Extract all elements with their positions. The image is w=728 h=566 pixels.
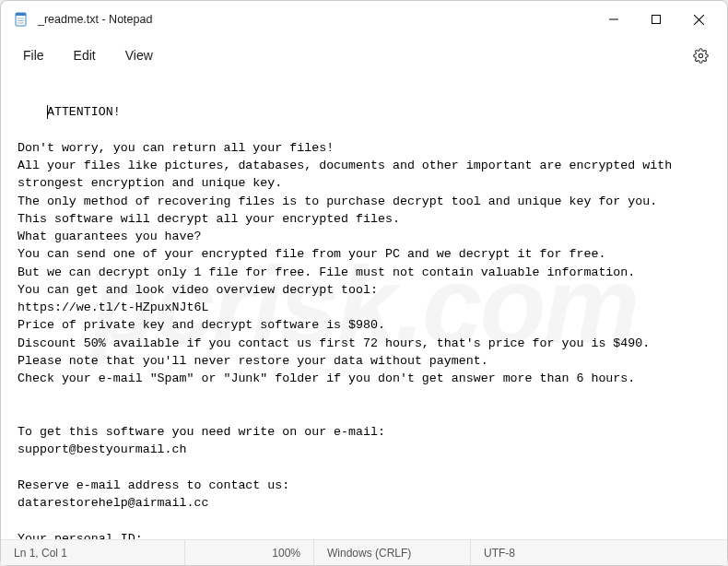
notepad-window: _readme.txt - Notepad File Edit View bbox=[0, 0, 728, 566]
svg-rect-6 bbox=[652, 16, 661, 24]
status-eol[interactable]: Windows (CRLF) bbox=[314, 540, 471, 565]
maximize-button[interactable] bbox=[635, 1, 677, 38]
titlebar[interactable]: _readme.txt - Notepad bbox=[1, 1, 727, 38]
minimize-button[interactable] bbox=[593, 1, 635, 38]
window-controls bbox=[593, 1, 720, 38]
settings-button[interactable] bbox=[685, 40, 716, 71]
menu-edit[interactable]: Edit bbox=[63, 42, 107, 68]
status-encoding[interactable]: UTF-8 bbox=[471, 540, 727, 565]
document-text: ATTENTION! Don't worry, you can return a… bbox=[18, 105, 679, 539]
statusbar: Ln 1, Col 1 100% Windows (CRLF) UTF-8 bbox=[1, 539, 727, 565]
text-editor-area[interactable]: pcrisk.comATTENTION! Don't worry, you ca… bbox=[1, 73, 727, 539]
window-title: _readme.txt - Notepad bbox=[38, 13, 152, 26]
menu-view[interactable]: View bbox=[114, 42, 164, 68]
menubar: File Edit View bbox=[1, 38, 727, 73]
menu-file[interactable]: File bbox=[12, 42, 55, 68]
notepad-icon bbox=[14, 12, 29, 27]
status-position[interactable]: Ln 1, Col 1 bbox=[1, 540, 185, 565]
status-zoom[interactable]: 100% bbox=[185, 540, 314, 565]
close-button[interactable] bbox=[677, 1, 720, 38]
svg-point-9 bbox=[699, 53, 702, 57]
svg-rect-1 bbox=[16, 13, 26, 16]
